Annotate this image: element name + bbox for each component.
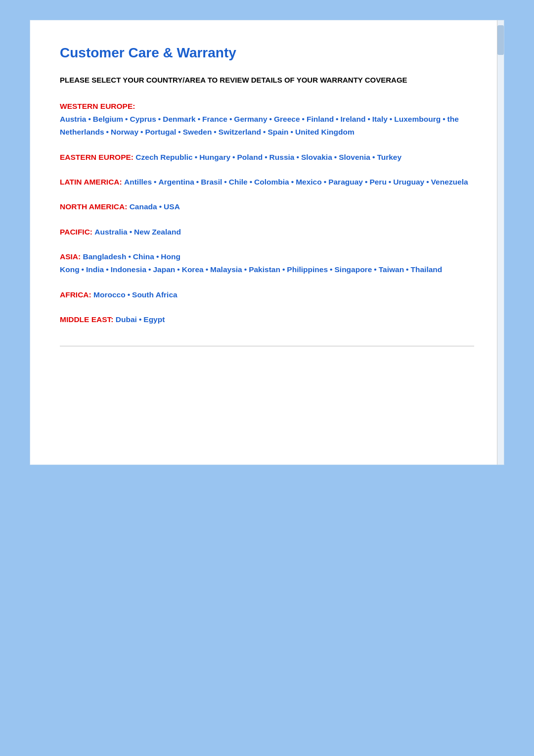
- country-link-austria[interactable]: Austria: [60, 115, 86, 123]
- country-link-sweden[interactable]: Sweden: [183, 128, 212, 136]
- country-link-italy[interactable]: Italy: [372, 115, 388, 123]
- country-link-cyprus[interactable]: Cyprus: [130, 115, 156, 123]
- bullet: •: [177, 265, 179, 274]
- country-link-denmark[interactable]: Denmark: [163, 115, 195, 123]
- country-link-chile[interactable]: Chile: [229, 178, 248, 186]
- country-link-morocco[interactable]: Morocco: [93, 290, 126, 299]
- country-link-russia[interactable]: Russia: [269, 153, 295, 161]
- country-link-colombia[interactable]: Colombia: [254, 178, 289, 186]
- bullet: •: [139, 315, 141, 324]
- country-link-antilles[interactable]: Antilles: [124, 178, 152, 186]
- bullet: •: [265, 153, 267, 161]
- country-link-canada[interactable]: Canada: [130, 202, 157, 211]
- country-link-thailand[interactable]: Thailand: [411, 265, 443, 274]
- bullet: •: [296, 153, 299, 161]
- bullet: •: [224, 178, 226, 186]
- country-link-argentina[interactable]: Argentina: [158, 178, 194, 186]
- country-link-singapore[interactable]: Singapore: [334, 265, 372, 274]
- region-block-latin-america: LATIN AMERICA: Antilles•Argentina•Brasil…: [60, 176, 474, 189]
- country-link-indonesia[interactable]: Indonesia: [111, 265, 146, 274]
- country-link-czech-republic[interactable]: Czech Republic: [135, 153, 192, 161]
- bullet: •: [365, 178, 367, 186]
- country-link-greece[interactable]: Greece: [274, 115, 300, 123]
- bullet: •: [140, 128, 143, 136]
- country-link-taiwan[interactable]: Taiwan: [379, 265, 404, 274]
- country-link-dubai[interactable]: Dubai: [116, 315, 137, 324]
- region-label-eastern-europe: EASTERN EUROPE:: [60, 153, 134, 161]
- country-link-brasil[interactable]: Brasil: [201, 178, 222, 186]
- country-link-turkey[interactable]: Turkey: [377, 153, 401, 161]
- bullet: •: [158, 115, 161, 123]
- region-block-eastern-europe: EASTERN EUROPE: Czech Republic•Hungary•P…: [60, 151, 474, 164]
- country-link-new-zealand[interactable]: New Zealand: [134, 228, 181, 236]
- country-link-slovakia[interactable]: Slovakia: [301, 153, 332, 161]
- bullet: •: [282, 265, 285, 274]
- instruction-text: PLEASE SELECT YOUR COUNTRY/AREA TO REVIE…: [60, 75, 474, 86]
- bullet: •: [178, 128, 180, 136]
- bullet: •: [82, 265, 84, 274]
- region-block-middle-east: MIDDLE EAST: Dubai•Egypt: [60, 313, 474, 326]
- region-block-pacific: PACIFIC: Australia•New Zealand: [60, 226, 474, 238]
- country-link-poland[interactable]: Poland: [237, 153, 263, 161]
- country-link-egypt[interactable]: Egypt: [143, 315, 165, 324]
- region-label-africa: AFRICA:: [60, 290, 91, 299]
- country-link-mexico[interactable]: Mexico: [296, 178, 322, 186]
- region-label-latin-america: LATIN AMERICA:: [60, 178, 122, 186]
- bullet: •: [232, 153, 235, 161]
- country-link-pakistan[interactable]: Pakistan: [249, 265, 280, 274]
- country-link-spain[interactable]: Spain: [267, 128, 288, 136]
- bullet: •: [291, 178, 294, 186]
- country-link-germany[interactable]: Germany: [234, 115, 267, 123]
- region-block-asia: ASIA: Bangladesh•China•Hong Kong•India•I…: [60, 250, 474, 277]
- bullet: •: [336, 115, 338, 123]
- country-link-australia[interactable]: Australia: [94, 228, 127, 236]
- country-link-philippines[interactable]: Philippines: [287, 265, 328, 274]
- country-link-united-kingdom[interactable]: United Kingdom: [295, 128, 355, 136]
- bullet: •: [269, 115, 272, 123]
- country-link-ireland[interactable]: Ireland: [341, 115, 366, 123]
- country-link-hungary[interactable]: Hungary: [199, 153, 230, 161]
- country-link-norway[interactable]: Norway: [111, 128, 138, 136]
- bullet: •: [214, 128, 216, 136]
- bullet: •: [128, 290, 130, 299]
- country-link-belgium[interactable]: Belgium: [93, 115, 123, 123]
- bullet: •: [88, 115, 90, 123]
- country-link-venezuela[interactable]: Venezuela: [431, 178, 468, 186]
- bullet: •: [367, 115, 370, 123]
- bullet: •: [229, 115, 232, 123]
- region-block-africa: AFRICA: Morocco•South Africa: [60, 288, 474, 301]
- regions-container: WESTERN EUROPE: Austria•Belgium•Cyprus•D…: [60, 100, 474, 327]
- bullet: •: [244, 265, 247, 274]
- bullet: •: [372, 153, 375, 161]
- country-link-luxembourg[interactable]: Luxembourg: [394, 115, 441, 123]
- scrollbar[interactable]: [497, 20, 504, 465]
- country-link-india[interactable]: India: [86, 265, 104, 274]
- country-link-bangladesh[interactable]: Bangladesh: [83, 252, 127, 261]
- country-link-slovenia[interactable]: Slovenia: [339, 153, 370, 161]
- bullet: •: [106, 128, 109, 136]
- scrollbar-thumb[interactable]: [497, 25, 504, 55]
- country-link-paraguay[interactable]: Paraguay: [328, 178, 363, 186]
- country-link-usa[interactable]: USA: [164, 202, 180, 211]
- country-link-malaysia[interactable]: Malaysia: [210, 265, 242, 274]
- country-link-france[interactable]: France: [202, 115, 227, 123]
- bullet: •: [196, 178, 199, 186]
- country-link-korea[interactable]: Korea: [182, 265, 204, 274]
- country-link-finland[interactable]: Finland: [307, 115, 334, 123]
- bullet: •: [426, 178, 429, 186]
- country-link-china[interactable]: China: [133, 252, 154, 261]
- region-label-western-europe: WESTERN EUROPE:: [60, 102, 135, 110]
- bullet: •: [159, 202, 162, 211]
- country-link-south-africa[interactable]: South Africa: [132, 290, 178, 299]
- divider: [60, 346, 474, 346]
- country-link-portugal[interactable]: Portugal: [145, 128, 176, 136]
- bullet: •: [195, 153, 197, 161]
- country-link-switzerland[interactable]: Switzerland: [219, 128, 261, 136]
- country-link-japan[interactable]: Japan: [153, 265, 175, 274]
- bullet: •: [443, 115, 445, 123]
- country-link-peru[interactable]: Peru: [369, 178, 386, 186]
- country-link-uruguay[interactable]: Uruguay: [393, 178, 424, 186]
- bullet: •: [206, 265, 208, 274]
- bullet: •: [106, 265, 108, 274]
- bullet: •: [374, 265, 376, 274]
